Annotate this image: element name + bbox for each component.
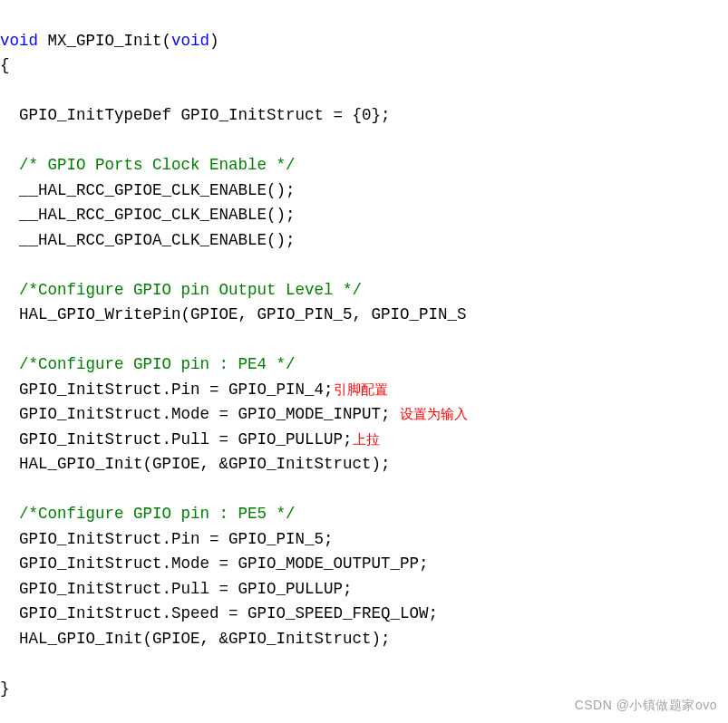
pe4-pull: GPIO_InitStruct.Pull = GPIO_PULLUP;: [0, 430, 353, 448]
annot-input: 设置为输入: [400, 407, 468, 421]
watermark: CSDN @小镇做题家ovo: [575, 693, 717, 718]
decl-initstruct-a: GPIO_InitTypeDef GPIO_InitStruct = {: [0, 106, 362, 124]
pe5-mode: GPIO_InitStruct.Mode = GPIO_MODE_OUTPUT_…: [0, 554, 429, 573]
literal-zero: 0: [362, 106, 372, 124]
func-decl: MX_GPIO_Init(: [38, 32, 171, 50]
keyword-void-2: void: [171, 32, 209, 50]
brace-open: {: [0, 56, 10, 74]
decl-initstruct-b: };: [372, 106, 391, 124]
comment-pe4: /*Configure GPIO pin : PE4 */: [0, 355, 296, 373]
annot-pullup: 上拉: [353, 432, 380, 447]
pe4-pin: GPIO_InitStruct.Pin = GPIO_PIN_4;: [0, 381, 334, 399]
comment-output-level: /*Configure GPIO pin Output Level */: [0, 281, 362, 299]
annot-pin: 引脚配置: [334, 382, 388, 397]
pe4-init: HAL_GPIO_Init(GPIOE, &GPIO_InitStruct);: [0, 455, 391, 473]
pe5-pull: GPIO_InitStruct.Pull = GPIO_PULLUP;: [0, 580, 353, 598]
comment-clock-enable: /* GPIO Ports Clock Enable */: [0, 156, 296, 174]
code-block: void MX_GPIO_Init(void) { GPIO_InitTypeD…: [0, 4, 468, 701]
keyword-void-1: void: [0, 32, 38, 50]
pe4-mode: GPIO_InitStruct.Mode = GPIO_MODE_INPUT;: [0, 405, 400, 423]
pe5-init: HAL_GPIO_Init(GPIOE, &GPIO_InitStruct);: [0, 630, 391, 648]
call-gpioa-clk: __HAL_RCC_GPIOA_CLK_ENABLE();: [0, 231, 296, 249]
call-gpioc-clk: __HAL_RCC_GPIOC_CLK_ENABLE();: [0, 206, 296, 224]
call-writepin: HAL_GPIO_WritePin(GPIOE, GPIO_PIN_5, GPI…: [0, 305, 467, 323]
call-gpioe-clk: __HAL_RCC_GPIOE_CLK_ENABLE();: [0, 181, 296, 199]
brace-close: }: [0, 680, 10, 698]
pe5-pin: GPIO_InitStruct.Pin = GPIO_PIN_5;: [0, 530, 334, 548]
pe5-speed: GPIO_InitStruct.Speed = GPIO_SPEED_FREQ_…: [0, 604, 438, 622]
paren-close: ): [209, 32, 219, 50]
comment-pe5: /*Configure GPIO pin : PE5 */: [0, 505, 296, 523]
